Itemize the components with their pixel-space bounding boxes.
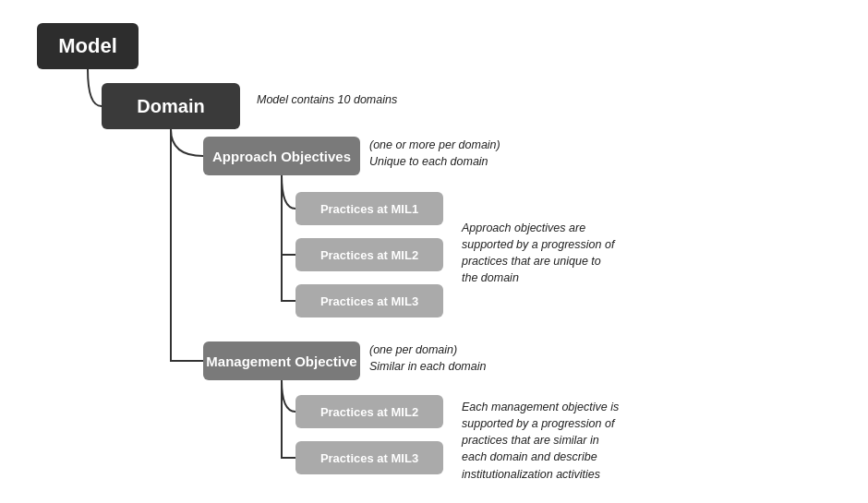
mil2a-label: Practices at MIL2 <box>320 248 418 262</box>
diagram-container: Model Domain Approach Objectives Practic… <box>0 0 868 503</box>
mil1-node: Practices at MIL1 <box>295 192 443 225</box>
model-label: Model <box>58 34 117 58</box>
mil3b-label: Practices at MIL3 <box>320 451 418 465</box>
approach-label: Approach Objectives <box>212 149 351 164</box>
mil2b-node: Practices at MIL2 <box>295 395 443 428</box>
domain-node: Domain <box>102 83 240 129</box>
approach-node: Approach Objectives <box>203 137 360 175</box>
mil3a-node: Practices at MIL3 <box>295 284 443 317</box>
mil1-label: Practices at MIL1 <box>320 202 418 216</box>
annotation-domain: Model contains 10 domains <box>257 91 397 108</box>
mil2a-node: Practices at MIL2 <box>295 238 443 271</box>
annotation-management: (one per domain) Similar in each domain <box>369 341 486 375</box>
model-node: Model <box>37 23 139 69</box>
domain-label: Domain <box>137 96 204 117</box>
annotation-mgmt-practices: Each management objective is supported b… <box>462 399 619 483</box>
annotation-practices: Approach objectives are supported by a p… <box>462 220 614 287</box>
mil2b-label: Practices at MIL2 <box>320 405 418 419</box>
management-node: Management Objective <box>203 341 360 380</box>
mil3a-label: Practices at MIL3 <box>320 294 418 308</box>
management-label: Management Objective <box>206 353 356 369</box>
mil3b-node: Practices at MIL3 <box>295 441 443 474</box>
annotation-approach: (one or more per domain) Unique to each … <box>369 137 500 170</box>
